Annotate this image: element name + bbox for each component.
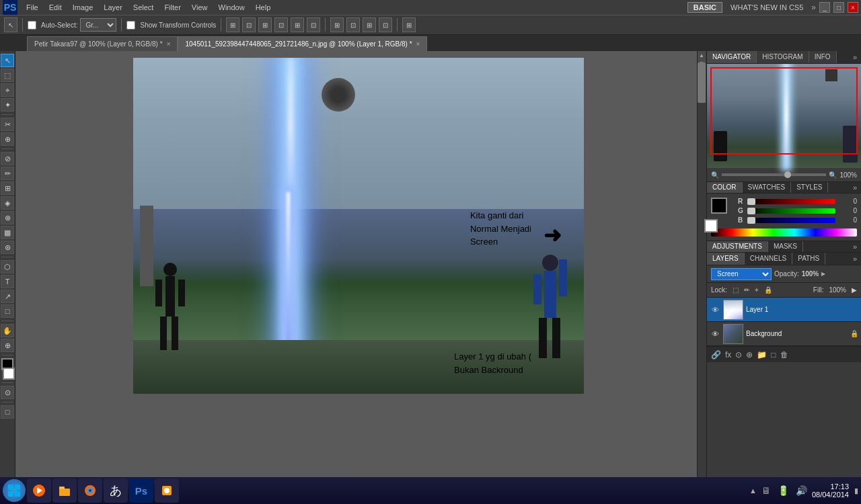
hand-tool-icon[interactable]: ✋ xyxy=(1,324,14,337)
browser-taskbar-btn[interactable] xyxy=(78,478,102,503)
eraser-tool-icon[interactable]: ⊗ xyxy=(1,211,14,224)
background-color-swatch[interactable] xyxy=(3,368,15,380)
tab-swatches[interactable]: SWATCHES xyxy=(743,182,792,193)
pen-tool-icon[interactable]: ⬡ xyxy=(1,260,14,274)
align-right-button[interactable]: ⊞ xyxy=(291,17,304,32)
tab-adjustments[interactable]: ADJUSTMENTS xyxy=(707,241,768,252)
green-slider-thumb[interactable] xyxy=(747,208,755,214)
align-center-h-button[interactable]: ⊡ xyxy=(274,17,288,32)
screen-mode-icon[interactable]: □ xyxy=(1,405,14,419)
lock-position-icon[interactable]: ✏ xyxy=(744,286,749,294)
ime-taskbar-btn[interactable]: あ xyxy=(104,478,128,503)
adjustments-panel-options[interactable]: » xyxy=(849,241,861,252)
dodge-tool-icon[interactable]: ⊛ xyxy=(1,241,14,254)
menu-edit[interactable]: Edit xyxy=(44,2,67,13)
new-fill-layer-icon[interactable]: ⊕ xyxy=(746,350,753,360)
tab-0-close[interactable]: × xyxy=(167,40,171,48)
more-workspaces-button[interactable]: » xyxy=(811,3,816,12)
scroll-up-arrow[interactable]: ▲ xyxy=(698,51,706,59)
network-icon[interactable]: 🖥 xyxy=(761,485,771,496)
menu-select[interactable]: Select xyxy=(128,2,159,13)
tab-1-close[interactable]: × xyxy=(416,40,420,48)
vertical-scrollbar[interactable]: ▲ ▼ xyxy=(697,51,706,480)
menu-layer[interactable]: Layer xyxy=(99,2,127,13)
start-button[interactable] xyxy=(3,479,26,502)
whatsnew-button[interactable]: WHAT'S NEW IN CS5 xyxy=(725,3,809,12)
distribute-button[interactable]: ⊞ xyxy=(330,17,344,32)
blend-mode-select[interactable]: Screen Normal Multiply Overlay xyxy=(711,268,772,280)
auto-select-dropdown[interactable]: Gr... Layer xyxy=(80,18,116,32)
speaker-icon[interactable]: 🔊 xyxy=(796,485,807,496)
menu-window[interactable]: Window xyxy=(214,2,250,13)
distribute4-button[interactable]: ⊡ xyxy=(379,17,392,32)
background-swatch[interactable] xyxy=(704,219,718,233)
align-center-v-button[interactable]: ⊡ xyxy=(242,17,256,32)
clone-stamp-tool-icon[interactable]: ⊞ xyxy=(1,181,14,195)
link-layers-icon[interactable]: 🔗 xyxy=(711,350,721,360)
close-button[interactable]: × xyxy=(848,2,858,13)
new-group-icon[interactable]: 📁 xyxy=(757,350,767,360)
battery-icon[interactable]: 🔋 xyxy=(778,485,789,496)
delete-layer-icon[interactable]: 🗑 xyxy=(780,350,788,360)
photoshop-taskbar-btn[interactable]: Ps xyxy=(129,478,153,503)
align-left-button[interactable]: ⊞ xyxy=(226,17,239,32)
media-player-taskbar-btn[interactable] xyxy=(27,478,51,503)
menu-file[interactable]: File xyxy=(22,2,43,13)
lock-pixels-icon[interactable]: ⬚ xyxy=(733,286,739,294)
background-visibility-toggle[interactable]: 👁 xyxy=(710,330,720,338)
lock-all-icon[interactable]: + xyxy=(755,286,759,294)
fill-arrow[interactable]: ▶ xyxy=(852,286,857,294)
navigator-panel-options[interactable]: » xyxy=(849,51,861,63)
zoom-tool-icon[interactable]: ⊕ xyxy=(1,339,14,352)
zoom-out-icon[interactable]: 🔍 xyxy=(711,171,719,179)
tray-show-icon[interactable]: ▲ xyxy=(749,487,757,495)
add-mask-icon[interactable]: ⊙ xyxy=(735,350,742,360)
align-bottom-button[interactable]: ⊡ xyxy=(307,17,320,32)
gradient-tool-icon[interactable]: ▦ xyxy=(1,226,14,239)
brush-tool-icon[interactable]: ✏ xyxy=(1,167,14,180)
foreground-swatch[interactable] xyxy=(711,198,727,214)
move-tool-options[interactable]: ↖ xyxy=(4,17,17,32)
marquee-tool-icon[interactable]: ⬚ xyxy=(1,69,14,82)
move-tool-icon[interactable]: ↖ xyxy=(1,54,14,67)
layer-item-1[interactable]: 👁 Layer 1 xyxy=(707,298,861,322)
color-spectrum[interactable] xyxy=(711,228,857,237)
spot-healing-tool-icon[interactable]: ⊘ xyxy=(1,152,14,165)
eyedropper-tool-icon[interactable]: ⊕ xyxy=(1,132,14,146)
menu-filter[interactable]: Filter xyxy=(159,2,185,13)
align-top-button[interactable]: ⊞ xyxy=(258,17,272,32)
auto-align-button[interactable]: ⊞ xyxy=(402,17,416,32)
history-brush-tool-icon[interactable]: ◈ xyxy=(1,196,14,210)
tab-histogram[interactable]: HISTOGRAM xyxy=(757,51,809,63)
show-desktop-icon[interactable]: ▮ xyxy=(854,487,858,495)
zoom-slider[interactable] xyxy=(722,173,826,176)
tab-navigator[interactable]: NAVIGATOR xyxy=(707,51,757,63)
layer-item-background[interactable]: 👁 Background 🔒 xyxy=(707,322,861,346)
explorer-taskbar-btn[interactable] xyxy=(52,478,77,503)
tab-color[interactable]: COLOR xyxy=(707,182,743,193)
menu-image[interactable]: Image xyxy=(68,2,98,13)
menu-help[interactable]: Help xyxy=(251,2,276,13)
tab-masks[interactable]: MASKS xyxy=(768,241,803,252)
add-style-icon[interactable]: fx xyxy=(725,350,731,360)
show-transform-checkbox[interactable] xyxy=(126,21,135,30)
crop-tool-icon[interactable]: ✂ xyxy=(1,118,14,131)
restore-button[interactable]: □ xyxy=(833,2,844,13)
distribute3-button[interactable]: ⊞ xyxy=(363,17,376,32)
red-slider[interactable] xyxy=(747,199,835,204)
quick-mask-icon[interactable]: ⊙ xyxy=(1,386,14,399)
tab-channels[interactable]: CHANNELS xyxy=(745,253,792,265)
blue-slider-thumb[interactable] xyxy=(747,217,755,224)
green-slider[interactable] xyxy=(747,208,835,214)
layer-1-visibility-toggle[interactable]: 👁 xyxy=(710,306,720,314)
rectangle-tool-icon[interactable]: □ xyxy=(1,304,14,318)
new-layer-icon[interactable]: □ xyxy=(771,350,776,360)
red-slider-thumb[interactable] xyxy=(747,198,755,205)
lock-lock-icon[interactable]: 🔒 xyxy=(764,286,772,294)
tab-paths[interactable]: PATHS xyxy=(792,253,825,265)
lasso-tool-icon[interactable]: ⌖ xyxy=(1,83,14,97)
menu-view[interactable]: View xyxy=(187,2,213,13)
minimize-button[interactable]: _ xyxy=(819,2,830,13)
distribute2-button[interactable]: ⊡ xyxy=(346,17,360,32)
tab-styles[interactable]: STYLES xyxy=(791,182,828,193)
